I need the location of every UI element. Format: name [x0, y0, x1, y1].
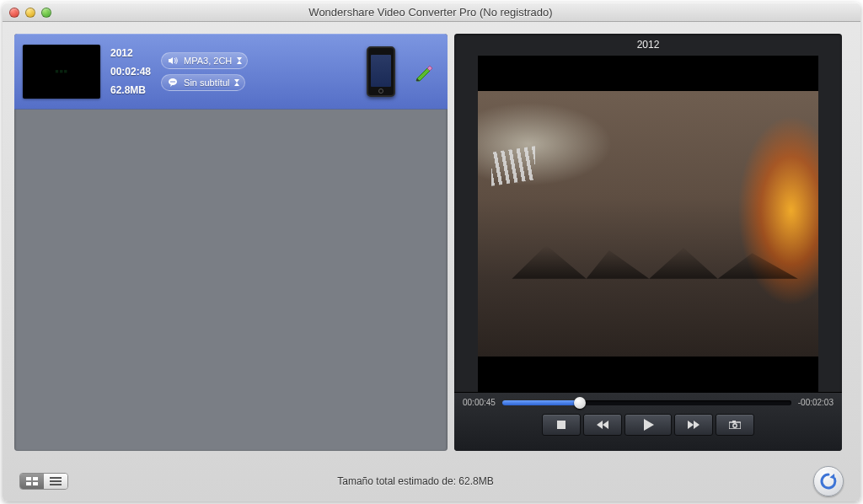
queue-item-meta: 2012 00:02:48 62.8MB: [110, 44, 151, 99]
speaker-icon: [167, 56, 179, 66]
svg-point-3: [174, 81, 175, 83]
rewind-button[interactable]: [583, 414, 622, 436]
forward-button[interactable]: [674, 414, 713, 436]
footer-status-prefix: Tamaño total estimado de:: [337, 475, 458, 487]
time-elapsed: 00:00:45: [463, 398, 496, 407]
audio-select-value: MPA3, 2CH: [184, 56, 232, 66]
device-home-button: [378, 88, 383, 94]
subtitle-select[interactable]: Sin subtítul: [161, 74, 245, 91]
minimize-window-button[interactable]: [25, 8, 35, 18]
playback-controls: 00:00:45 -00:02:03: [454, 392, 842, 451]
preview-title: 2012: [454, 34, 842, 56]
svg-rect-12: [50, 477, 62, 479]
file-queue-panel: ■■■ 2012 00:02:48 62.8MB MPA3, 2CH: [14, 34, 448, 451]
list-view-button[interactable]: [44, 474, 67, 489]
preview-viewport[interactable]: [478, 56, 818, 392]
close-window-button[interactable]: [9, 8, 19, 18]
footer-status: Tamaño total estimado de: 62.8MB: [68, 475, 813, 487]
svg-rect-6: [732, 421, 736, 423]
progress-row: 00:00:45 -00:02:03: [463, 398, 834, 407]
content-area: ■■■ 2012 00:02:48 62.8MB MPA3, 2CH: [3, 22, 860, 463]
svg-point-1: [170, 81, 172, 83]
svg-rect-4: [557, 421, 566, 429]
svg-rect-11: [33, 482, 38, 485]
queue-item-duration: 00:02:48: [110, 62, 151, 81]
svg-rect-8: [26, 477, 31, 480]
convert-button[interactable]: [813, 466, 844, 496]
svg-rect-13: [50, 480, 62, 482]
target-device-icon[interactable]: [367, 46, 395, 97]
queue-thumbnail: ■■■: [23, 45, 100, 99]
svg-point-7: [733, 424, 737, 427]
titlebar: Wondershare Video Converter Pro (No regi…: [3, 3, 860, 22]
grid-view-button[interactable]: [20, 474, 44, 489]
snapshot-button[interactable]: [716, 414, 754, 436]
play-button[interactable]: [624, 414, 672, 436]
video-frame: [478, 91, 818, 357]
svg-point-2: [172, 81, 174, 83]
stop-button[interactable]: [542, 414, 581, 436]
seek-track[interactable]: [502, 400, 791, 405]
svg-rect-14: [50, 484, 62, 485]
footer-bar: Tamaño total estimado de: 62.8MB: [3, 463, 860, 500]
edit-button[interactable]: [412, 60, 436, 83]
seek-handle[interactable]: [574, 397, 586, 409]
queue-item-title: 2012: [110, 44, 151, 62]
svg-rect-10: [26, 482, 31, 485]
time-remaining: -00:02:03: [798, 398, 834, 407]
queue-item-options: MPA3, 2CH Sin subtítul: [161, 52, 248, 91]
queue-item[interactable]: ■■■ 2012 00:02:48 62.8MB MPA3, 2CH: [14, 34, 448, 110]
window-controls: [9, 8, 51, 18]
subtitle-select-value: Sin subtítul: [184, 78, 229, 88]
preview-panel: 2012 00:00:45 -00:02:03: [454, 34, 842, 451]
app-window: Wondershare Video Converter Pro (No regi…: [3, 3, 860, 501]
svg-rect-9: [33, 477, 38, 480]
view-mode-toggle: [19, 473, 68, 490]
zoom-window-button[interactable]: [41, 8, 51, 18]
queue-item-size: 62.8MB: [110, 81, 151, 99]
audio-select[interactable]: MPA3, 2CH: [161, 52, 248, 69]
transport-buttons: [463, 414, 834, 436]
speech-bubble-icon: [167, 78, 179, 88]
footer-total-size: 62.8MB: [458, 475, 493, 487]
device-screen: [371, 55, 391, 87]
window-title: Wondershare Video Converter Pro (No regi…: [51, 6, 810, 19]
seek-fill: [502, 400, 581, 405]
thumbnail-placeholder: ■■■: [55, 68, 68, 74]
